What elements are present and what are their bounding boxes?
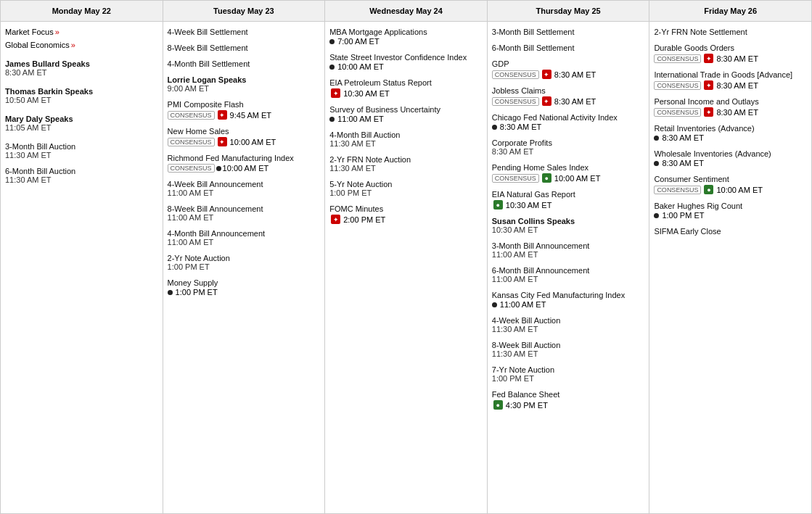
- intl-trade-goods: International Trade in Goods [Advance] C…: [654, 70, 807, 90]
- baker-hughes-title: Baker Hughes Rig Count: [654, 202, 807, 210]
- 6month-bill-settlement-thu-title: 6-Month Bill Settlement: [492, 43, 645, 52]
- eia-petroleum: EIA Petroleum Status Report ✦ 10:30 AM E…: [329, 78, 483, 98]
- state-street-investor: State Street Investor Confidence Index 1…: [329, 53, 483, 71]
- 8week-bill-ann-tue-title: 8-Week Bill Announcement: [168, 204, 321, 213]
- kc-fed-time-row: 11:00 AM ET: [492, 300, 645, 309]
- consumer-sentiment-green: ●: [704, 185, 713, 194]
- thursday-header: Thursday May 25: [488, 1, 649, 22]
- friday-column: Friday May 26 2-Yr FRN Note Settlement D…: [649, 1, 811, 513]
- money-supply-time-row: 1:00 PM ET: [168, 288, 321, 297]
- consumer-sentiment-time-row: CONSENSUS ● 10:00 AM ET: [654, 185, 807, 194]
- market-focus-link[interactable]: Market Focus »: [5, 28, 158, 36]
- consumer-sentiment-title: Consumer Sentiment: [654, 175, 807, 183]
- kc-fed-dot: [492, 302, 497, 307]
- chicago-fed-national: Chicago Fed National Activity Index 8:30…: [492, 113, 645, 131]
- pending-home-sales-title: Pending Home Sales Index: [492, 163, 645, 172]
- 3month-bill-ann-thu: 3-Month Bill Announcement 11:00 AM ET: [492, 241, 645, 259]
- mba-mortgage: MBA Mortgage Applications 7:00 AM ET: [329, 28, 483, 46]
- friday-header: Friday May 26: [649, 1, 811, 22]
- 3month-bill-ann-thu-time: 11:00 AM ET: [492, 250, 645, 259]
- richmond-fed-time-row: CONSENSUS 10:00 AM ET: [168, 164, 321, 173]
- eia-petroleum-red-star: ✦: [331, 88, 340, 98]
- mba-mortgage-title: MBA Mortgage Applications: [329, 28, 483, 36]
- 4month-bill-ann-tue: 4-Month Bill Announcement 11:00 AM ET: [168, 229, 321, 246]
- baker-hughes-time: 1:00 PM ET: [662, 211, 704, 220]
- 3month-bill-auction-mon-title: 3-Month Bill Auction: [5, 142, 158, 151]
- 2yr-note-auction-tue-time: 1:00 PM ET: [168, 262, 321, 271]
- eia-petroleum-time: 10:30 AM ET: [343, 89, 390, 98]
- 3month-bill-ann-thu-title: 3-Month Bill Announcement: [492, 241, 645, 250]
- 8week-bill-settlement: 8-Week Bill Settlement: [168, 43, 321, 52]
- corporate-profits-time: 8:30 AM ET: [492, 147, 645, 156]
- intl-trade-red-star: ✦: [704, 80, 713, 90]
- global-economics-label: Global Economics: [5, 41, 70, 49]
- james-bullard-event: James Bullard Speaks 8:30 AM ET: [5, 59, 158, 77]
- new-home-sales: New Home Sales CONSENSUS ✦ 10:00 AM ET: [168, 127, 321, 146]
- mba-dot: [329, 39, 335, 44]
- new-home-sales-time: 10:00 AM ET: [230, 138, 276, 146]
- eia-petroleum-title: EIA Petroleum Status Report: [329, 78, 483, 87]
- 4month-bill-auction-wed-title: 4-Month Bill Auction: [329, 130, 483, 139]
- durable-goods-title: Durable Goods Orders: [654, 43, 807, 52]
- thomas-barkin-event: Thomas Barkin Speaks 10:50 AM ET: [5, 87, 158, 104]
- personal-income-time: 8:30 AM ET: [716, 108, 758, 117]
- baker-hughes-time-row: 1:00 PM ET: [654, 211, 807, 220]
- eia-natural-gas: EIA Natural Gas Report ● 10:30 AM ET: [492, 190, 645, 210]
- fomc-minutes: FOMC Minutes ✦ 2:00 PM ET: [329, 204, 483, 224]
- state-street-title: State Street Investor Confidence Index: [329, 53, 483, 62]
- survey-business-title: Survey of Business Uncertainty: [329, 105, 483, 114]
- consumer-sentiment-time: 10:00 AM ET: [716, 186, 763, 194]
- market-focus-label: Market Focus: [5, 28, 54, 36]
- kc-fed-mfg-title: Kansas City Fed Manufacturing Index: [492, 291, 645, 299]
- kc-fed-mfg-thu: Kansas City Fed Manufacturing Index 11:0…: [492, 291, 645, 309]
- 2yr-frn-auction-wed-time: 11:30 AM ET: [329, 164, 483, 173]
- pmi-composite-title: PMI Composite Flash: [168, 100, 321, 109]
- 4week-bill-auction-thu: 4-Week Bill Auction 11:30 AM ET: [492, 316, 645, 333]
- monday-header: Monday May 22: [1, 1, 163, 22]
- wednesday-column: Wednesday May 24 MBA Mortgage Applicatio…: [325, 1, 488, 513]
- fed-balance-sheet-thu: Fed Balance Sheet ● 4:30 PM ET: [492, 390, 645, 410]
- survey-business-uncertainty: Survey of Business Uncertainty 11:00 AM …: [329, 105, 483, 123]
- thomas-barkin-time: 10:50 AM ET: [5, 96, 158, 104]
- pending-home-sales-consensus: CONSENSUS: [492, 174, 539, 183]
- 6month-bill-ann-thu-time: 11:00 AM ET: [492, 275, 645, 283]
- tuesday-header: Tuesday May 23: [163, 1, 325, 22]
- personal-income-consensus: CONSENSUS: [654, 108, 701, 117]
- wednesday-header: Wednesday May 24: [325, 1, 487, 22]
- durable-goods-time: 8:30 AM ET: [716, 54, 758, 63]
- eia-natural-gas-time: 10:30 AM ET: [506, 201, 552, 210]
- new-home-sales-title: New Home Sales: [168, 127, 321, 136]
- 5yr-note-auction-wed-time: 1:00 PM ET: [329, 188, 483, 197]
- state-street-time: 10:00 AM ET: [337, 62, 384, 71]
- mary-daly-time: 11:05 AM ET: [5, 123, 158, 132]
- 6month-bill-settlement-thu: 6-Month Bill Settlement: [492, 43, 645, 52]
- new-home-sales-consensus: CONSENSUS: [168, 138, 215, 146]
- 2yr-frn-auction-wed-title: 2-Yr FRN Note Auction: [329, 155, 483, 164]
- 2yr-note-auction-tue-title: 2-Yr Note Auction: [168, 254, 321, 262]
- wholesale-inventories-time-row: 8:30 AM ET: [654, 159, 807, 167]
- jobless-claims-title: Jobless Claims: [492, 86, 645, 95]
- thursday-column: Thursday May 25 3-Month Bill Settlement …: [488, 1, 650, 513]
- 4month-bill-ann-tue-time: 11:00 AM ET: [168, 238, 321, 246]
- fomc-time: 2:00 PM ET: [343, 215, 385, 224]
- consumer-sentiment-consensus: CONSENSUS: [654, 186, 701, 194]
- fed-balance-time-row: ● 4:30 PM ET: [492, 400, 645, 410]
- 7yr-note-auction-thu-time: 1:00 PM ET: [492, 374, 645, 383]
- 5yr-note-auction-wed-title: 5-Yr Note Auction: [329, 180, 483, 188]
- 8week-bill-settlement-title: 8-Week Bill Settlement: [168, 43, 321, 52]
- intl-trade-time: 8:30 AM ET: [716, 81, 758, 90]
- 2yr-note-auction-tue: 2-Yr Note Auction 1:00 PM ET: [168, 254, 321, 271]
- 4week-bill-settlement-title: 4-Week Bill Settlement: [168, 28, 321, 36]
- 4month-bill-settlement: 4-Month Bill Settlement: [168, 59, 321, 68]
- richmond-fed-dot: [216, 166, 221, 171]
- new-home-sales-time-row: CONSENSUS ✦ 10:00 AM ET: [168, 137, 321, 146]
- chicago-fed-title: Chicago Fed National Activity Index: [492, 113, 645, 122]
- gdp-time-row: CONSENSUS ✦ 8:30 AM ET: [492, 70, 645, 79]
- richmond-fed-time: 10:00 AM ET: [223, 164, 269, 173]
- gdp-consensus: CONSENSUS: [492, 70, 539, 79]
- survey-business-dot: [329, 117, 335, 122]
- retail-inventories-time: 8:30 AM ET: [662, 133, 703, 142]
- 3month-bill-settlement-thu-title: 3-Month Bill Settlement: [492, 28, 645, 36]
- 4month-bill-ann-tue-title: 4-Month Bill Announcement: [168, 229, 321, 238]
- global-economics-link[interactable]: Global Economics »: [5, 41, 158, 49]
